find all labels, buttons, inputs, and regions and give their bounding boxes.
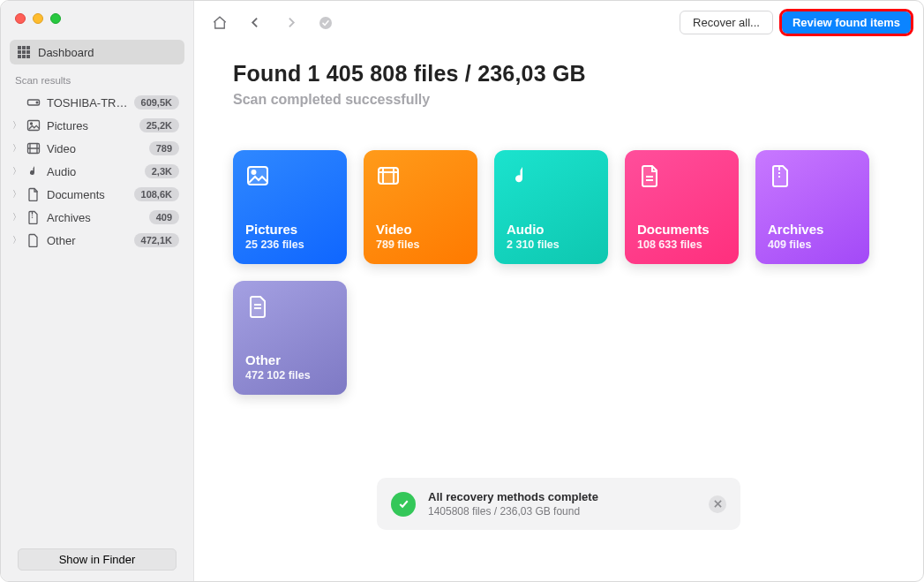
card-title: Audio	[507, 222, 596, 237]
svg-rect-0	[18, 46, 21, 49]
card-sub: 25 236 files	[245, 238, 334, 251]
svg-rect-2	[26, 46, 30, 49]
film-icon	[26, 141, 41, 155]
card-video[interactable]: Video 789 files	[364, 150, 477, 264]
chevron-right-icon: 〉	[12, 234, 20, 246]
highlight-annotation: Review found items	[782, 11, 911, 34]
film-icon	[376, 163, 401, 188]
blank-file-icon	[26, 233, 41, 247]
main-pane: Recover all... Review found items Found …	[194, 1, 923, 581]
category-label: Audio	[47, 165, 139, 178]
sidebar-section-title: Scan results	[15, 75, 184, 86]
svg-rect-3	[18, 50, 21, 54]
archive-icon	[26, 210, 41, 224]
page-title: Found 1 405 808 files / 236,03 GB	[233, 61, 888, 87]
svg-rect-6	[18, 55, 21, 58]
count-badge: 2,3K	[145, 164, 179, 178]
close-window-button[interactable]	[15, 13, 26, 24]
category-cards: Pictures 25 236 files Video 789 files	[233, 150, 888, 395]
card-title: Pictures	[245, 222, 334, 237]
count-badge: 789	[149, 141, 179, 155]
toast-subtitle: 1405808 files / 236,03 GB found	[428, 505, 598, 518]
drive-icon	[26, 95, 41, 110]
page-subtitle: Scan completed successfully	[233, 92, 888, 108]
sidebar-item-drive[interactable]: TOSHIBA-TR2… 609,5K	[10, 91, 184, 114]
sidebar: Dashboard Scan results TOSHIBA-TR2… 609,…	[1, 1, 194, 581]
sidebar-item-documents[interactable]: 〉 Documents 108,6K	[10, 183, 184, 206]
card-sub: 472 102 files	[245, 369, 334, 382]
toast-title: All recovery methods complete	[428, 490, 598, 503]
window-controls	[15, 13, 184, 24]
sidebar-item-audio[interactable]: 〉 Audio 2,3K	[10, 160, 184, 183]
drive-name: TOSHIBA-TR2…	[47, 96, 128, 110]
svg-rect-5	[26, 50, 30, 54]
dashboard-label: Dashboard	[38, 46, 94, 59]
toolbar: Recover all... Review found items	[194, 1, 923, 45]
check-status-icon	[312, 11, 339, 35]
music-note-icon	[26, 164, 41, 178]
chevron-right-icon: 〉	[12, 188, 20, 200]
close-toast-button[interactable]	[709, 495, 726, 513]
card-archives[interactable]: Archives 409 files	[755, 150, 869, 264]
blank-file-icon	[245, 294, 270, 319]
count-badge: 409	[149, 210, 179, 224]
count-badge: 472,1K	[134, 233, 179, 247]
card-pictures[interactable]: Pictures 25 236 files	[233, 150, 347, 264]
svg-rect-1	[22, 46, 26, 49]
svg-rect-7	[22, 55, 26, 58]
card-title: Documents	[637, 222, 726, 237]
app-window: Dashboard Scan results TOSHIBA-TR2… 609,…	[0, 0, 924, 582]
svg-rect-4	[22, 50, 26, 54]
archive-icon	[768, 163, 793, 188]
svg-point-16	[252, 170, 256, 174]
card-audio[interactable]: Audio 2 310 files	[494, 150, 608, 264]
back-button[interactable]	[242, 11, 268, 35]
card-title: Video	[376, 222, 465, 237]
category-label: Archives	[47, 211, 143, 224]
svg-point-10	[36, 102, 38, 103]
sidebar-item-video[interactable]: 〉 Video 789	[10, 137, 184, 160]
card-sub: 2 310 files	[507, 238, 596, 251]
minimize-window-button[interactable]	[33, 13, 43, 24]
chevron-right-icon: 〉	[12, 119, 20, 132]
image-icon	[26, 118, 41, 132]
count-badge: 108,6K	[134, 187, 179, 201]
grid-icon	[17, 45, 31, 59]
chevron-right-icon: 〉	[12, 211, 20, 223]
toast-message: All recovery methods complete 1405808 fi…	[428, 490, 598, 518]
card-documents[interactable]: Documents 108 633 files	[625, 150, 739, 264]
count-badge: 25,2K	[139, 118, 179, 132]
drive-count-badge: 609,5K	[134, 95, 179, 110]
svg-point-12	[31, 123, 33, 125]
sidebar-item-other[interactable]: 〉 Other 472,1K	[10, 229, 184, 252]
category-label: Other	[47, 234, 128, 247]
forward-button[interactable]	[277, 11, 304, 35]
card-title: Other	[245, 352, 334, 367]
category-label: Pictures	[47, 119, 133, 132]
music-note-icon	[507, 163, 531, 188]
card-title: Archives	[768, 222, 857, 237]
sidebar-item-dashboard[interactable]: Dashboard	[10, 40, 184, 64]
show-in-finder-button[interactable]: Show in Finder	[18, 548, 177, 571]
document-icon	[637, 163, 662, 188]
card-sub: 108 633 files	[637, 238, 726, 251]
home-button[interactable]	[207, 11, 233, 35]
card-sub: 409 files	[768, 238, 857, 251]
svg-rect-17	[379, 168, 398, 184]
completion-toast: All recovery methods complete 1405808 fi…	[377, 478, 740, 530]
svg-point-14	[319, 17, 332, 29]
sidebar-item-pictures[interactable]: 〉 Pictures 25,2K	[10, 114, 184, 137]
document-icon	[26, 187, 41, 201]
card-sub: 789 files	[376, 238, 465, 251]
image-icon	[245, 163, 270, 188]
category-label: Documents	[47, 188, 128, 201]
check-circle-icon	[391, 492, 416, 517]
chevron-right-icon: 〉	[12, 142, 20, 155]
zoom-window-button[interactable]	[50, 13, 61, 24]
card-other[interactable]: Other 472 102 files	[233, 281, 347, 395]
chevron-right-icon: 〉	[12, 165, 20, 178]
sidebar-item-archives[interactable]: 〉 Archives 409	[10, 206, 184, 229]
review-found-items-button[interactable]: Review found items	[782, 11, 911, 34]
category-label: Video	[47, 142, 143, 155]
recover-all-button[interactable]: Recover all...	[680, 11, 773, 34]
